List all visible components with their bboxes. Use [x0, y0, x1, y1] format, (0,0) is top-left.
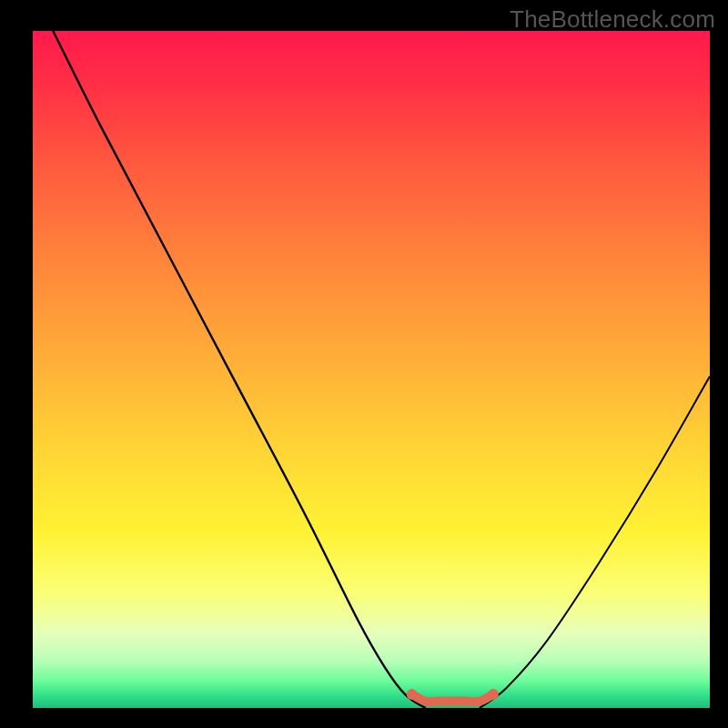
watermark-text: TheBottleneck.com: [510, 5, 715, 34]
plot-area: [33, 31, 710, 708]
min-band-cap-right: [488, 689, 499, 700]
curve-layer: [33, 31, 710, 708]
min-band-cap-left: [407, 689, 418, 700]
bottleneck-curve-left: [53, 31, 425, 708]
bottleneck-curve-right: [480, 376, 710, 708]
chart-frame: TheBottleneck.com: [0, 0, 728, 728]
bottleneck-minimum-band: [412, 694, 493, 702]
